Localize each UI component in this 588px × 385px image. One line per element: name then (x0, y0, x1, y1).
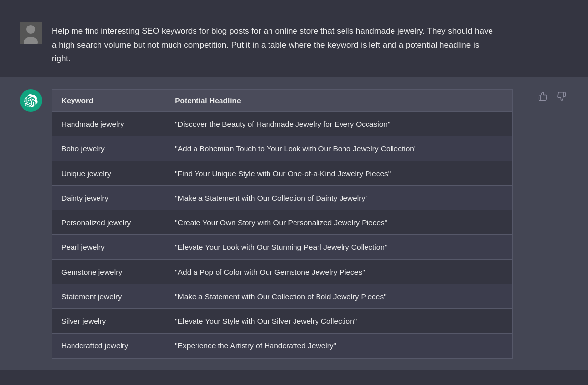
table-row: Unique jewelry"Find Your Unique Style wi… (52, 161, 513, 185)
headline-cell: "Make a Statement with Our Collection of… (166, 185, 513, 210)
user-message: Help me find interesting SEO keywords fo… (0, 10, 588, 77)
user-message-text: Help me find interesting SEO keywords fo… (52, 22, 493, 66)
ai-avatar (20, 89, 42, 112)
keyword-cell: Personalized jewelry (52, 210, 166, 235)
ai-message-row: Keyword Potential Headline Handmade jewe… (0, 77, 588, 370)
table-row: Pearl jewelry"Elevate Your Look with Our… (52, 235, 513, 259)
keyword-col-header: Keyword (52, 90, 166, 112)
table-row: Boho jewelry"Add a Bohemian Touch to You… (52, 136, 513, 161)
keyword-cell: Unique jewelry (52, 161, 166, 185)
table-row: Gemstone jewelry"Add a Pop of Color with… (52, 259, 513, 284)
table-row: Handcrafted jewelry"Experience the Artis… (52, 334, 513, 358)
headline-cell: "Discover the Beauty of Handmade Jewelry… (166, 112, 513, 136)
ai-message-content-area: Keyword Potential Headline Handmade jewe… (52, 89, 568, 359)
table-row: Dainty jewelry"Make a Statement with Our… (52, 185, 513, 210)
keyword-cell: Boho jewelry (52, 136, 166, 161)
headline-cell: "Find Your Unique Style with Our One-of-… (166, 161, 513, 185)
table-row: Handmade jewelry"Discover the Beauty of … (52, 112, 513, 136)
headline-cell: "Add a Pop of Color with Our Gemstone Je… (166, 259, 513, 284)
keyword-cell: Silver jewelry (52, 309, 166, 334)
user-avatar (20, 22, 42, 44)
table-row: Personalized jewelry"Create Your Own Sto… (52, 210, 513, 235)
headline-cell: "Elevate Your Style with Our Silver Jewe… (166, 309, 513, 334)
thumbs-up-button[interactable] (536, 89, 550, 103)
keyword-cell: Pearl jewelry (52, 235, 166, 259)
headline-cell: "Create Your Own Story with Our Personal… (166, 210, 513, 235)
keyword-table: Keyword Potential Headline Handmade jewe… (52, 89, 513, 359)
headline-cell: "Elevate Your Look with Our Stunning Pea… (166, 235, 513, 259)
chat-container: Help me find interesting SEO keywords fo… (0, 0, 588, 380)
action-buttons-area (536, 89, 568, 103)
table-row: Silver jewelry"Elevate Your Style with O… (52, 309, 513, 334)
keyword-cell: Handcrafted jewelry (52, 334, 166, 358)
headline-cell: "Experience the Artistry of Handcrafted … (166, 334, 513, 358)
table-row: Statement jewelry"Make a Statement with … (52, 284, 513, 308)
keyword-cell: Handmade jewelry (52, 112, 166, 136)
keyword-cell: Gemstone jewelry (52, 259, 166, 284)
keyword-cell: Statement jewelry (52, 284, 166, 308)
svg-point-1 (26, 25, 35, 34)
ai-message-content: Keyword Potential Headline Handmade jewe… (52, 89, 522, 359)
headline-cell: "Make a Statement with Our Collection of… (166, 284, 513, 308)
table-header-row: Keyword Potential Headline (52, 90, 513, 112)
thumbs-down-button[interactable] (555, 89, 568, 103)
keyword-cell: Dainty jewelry (52, 185, 166, 210)
headline-col-header: Potential Headline (166, 90, 513, 112)
headline-cell: "Add a Bohemian Touch to Your Look with … (166, 136, 513, 161)
